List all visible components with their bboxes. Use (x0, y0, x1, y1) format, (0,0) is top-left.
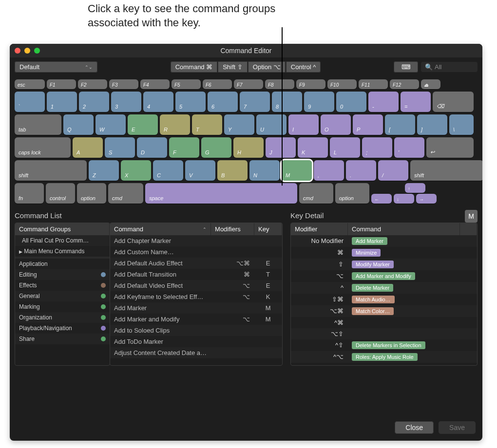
key-option[interactable]: option (335, 183, 369, 204)
key-⌫[interactable]: ⌫ (433, 92, 474, 112)
key-detail-row[interactable]: ^⌘ (291, 317, 477, 328)
key-f4[interactable]: F4 (140, 79, 170, 89)
seg-option[interactable]: Option ⌥ (248, 61, 286, 73)
key-detail-row[interactable]: ⇧Modify Marker (291, 259, 477, 270)
key-v[interactable]: V (185, 160, 215, 181)
key-8[interactable]: 8 (272, 92, 302, 112)
key-f[interactable]: F (169, 137, 199, 158)
key-detail-row[interactable]: ⌥Add Marker and Modify (291, 270, 477, 282)
key-cmd[interactable]: cmd (108, 183, 143, 204)
close-button[interactable]: Close (395, 421, 434, 434)
key-z[interactable]: Z (89, 160, 119, 181)
key-.[interactable]: . (346, 160, 376, 181)
group-row[interactable]: Organization (15, 312, 110, 323)
key-\[interactable]: \ (449, 114, 474, 135)
key-↓[interactable]: ↓ (394, 194, 414, 204)
command-row[interactable]: Add Keyframe to Selected Eff…⌥K (110, 291, 282, 302)
key-,[interactable]: , (314, 160, 344, 181)
key-3[interactable]: 3 (111, 92, 141, 112)
key-detail-row[interactable]: ⇧⌘Match Audio… (291, 294, 477, 305)
key-e[interactable]: E (128, 114, 158, 135)
command-row[interactable]: Add MarkerM (110, 302, 282, 314)
key-control[interactable]: control (46, 183, 75, 204)
key-][interactable]: ] (417, 114, 447, 135)
key-d[interactable]: D (137, 137, 167, 158)
keyboard-overlay-button[interactable]: ⌨︎ (394, 61, 418, 73)
key-;[interactable]: ; (362, 137, 392, 158)
key--[interactable]: - (368, 92, 399, 112)
save-button[interactable]: Save (439, 421, 476, 434)
key-=[interactable]: = (401, 92, 431, 112)
command-row[interactable]: Adjust Content Created Date a… (110, 347, 282, 358)
key-6[interactable]: 6 (208, 92, 238, 112)
key-detail-row[interactable]: No ModifierAdd Marker (291, 235, 477, 247)
col-key[interactable]: Key (254, 223, 282, 235)
key-detail-row[interactable]: ⌥⇧ (291, 328, 477, 339)
key-q[interactable]: Q (63, 114, 94, 135)
key-shift[interactable]: shift (410, 160, 482, 181)
key-↩[interactable]: ↩ (426, 137, 474, 158)
key-o[interactable]: O (321, 114, 351, 135)
key-⏏[interactable]: ⏏ (421, 79, 440, 89)
key-option[interactable]: option (77, 183, 106, 204)
group-row[interactable]: General (15, 291, 110, 301)
key-9[interactable]: 9 (304, 92, 334, 112)
key-'[interactable]: ' (394, 137, 424, 158)
key-detail-row[interactable]: ⌥⌘Match Color… (291, 305, 477, 317)
key-g[interactable]: G (201, 137, 231, 158)
command-row[interactable]: Add Marker and Modify⌥M (110, 314, 282, 325)
command-row[interactable]: Add Custom Name… (110, 246, 282, 258)
key-a[interactable]: A (73, 137, 103, 158)
key-h[interactable]: H (233, 137, 264, 158)
search-field[interactable]: 🔍 All (421, 62, 478, 72)
key-b[interactable]: B (217, 160, 248, 181)
key-7[interactable]: 7 (240, 92, 270, 112)
command-row[interactable]: Add Default Video Effect⌥E (110, 280, 282, 291)
key-l[interactable]: L (330, 137, 360, 158)
key-f7[interactable]: F7 (234, 79, 263, 89)
command-row[interactable]: Add Default Audio Effect⌥⌘E (110, 258, 282, 269)
key-esc[interactable]: esc (15, 79, 45, 89)
seg-control[interactable]: Control ^ (286, 61, 321, 73)
command-row[interactable]: Add to Soloed Clips (110, 325, 282, 336)
command-row[interactable]: Add ToDo Marker (110, 336, 282, 347)
key-space[interactable]: space (145, 183, 297, 204)
key-←[interactable]: ← (371, 194, 392, 204)
key-`[interactable]: ` (15, 92, 45, 112)
key-f12[interactable]: F12 (390, 79, 419, 89)
group-row[interactable]: Effects (15, 280, 110, 291)
key-2[interactable]: 2 (79, 92, 109, 112)
key-f5[interactable]: F5 (172, 79, 201, 89)
key-r[interactable]: R (160, 114, 190, 135)
key-k[interactable]: K (298, 137, 328, 158)
key-caps lock[interactable]: caps lock (15, 137, 71, 158)
key-/[interactable]: / (378, 160, 408, 181)
key-f2[interactable]: F2 (78, 79, 107, 89)
key-p[interactable]: P (353, 114, 383, 135)
seg-shift[interactable]: Shift ⇧ (218, 61, 248, 73)
key-i[interactable]: I (288, 114, 319, 135)
key-f6[interactable]: F6 (203, 79, 232, 89)
key-f11[interactable]: F11 (359, 79, 388, 89)
key-detail-row[interactable]: ⌘Minimize (291, 247, 477, 259)
key-n[interactable]: N (249, 160, 280, 181)
group-row[interactable]: Marking (15, 301, 110, 312)
key-[[interactable]: [ (385, 114, 415, 135)
group-row[interactable]: Application (15, 259, 110, 269)
group-row[interactable]: Editing (15, 269, 110, 280)
preset-popup[interactable]: Default ⌃⌄ (15, 61, 97, 73)
command-row[interactable]: Add Default Transition⌘T (110, 269, 282, 280)
key-w[interactable]: W (96, 114, 126, 135)
group-row[interactable]: Share (15, 334, 110, 344)
key-f10[interactable]: F10 (327, 79, 357, 89)
key-s[interactable]: S (105, 137, 135, 158)
key-cmd[interactable]: cmd (299, 183, 333, 204)
seg-command[interactable]: Command ⌘ (171, 61, 218, 73)
key-detail-row[interactable]: ^⇧Delete Markers in Selection (291, 339, 477, 351)
key-m[interactable]: M (282, 160, 312, 181)
command-row[interactable]: Add Chapter Marker (110, 235, 282, 246)
key-t[interactable]: T (192, 114, 222, 135)
key-1[interactable]: 1 (47, 92, 77, 112)
key-shift[interactable]: shift (15, 160, 87, 181)
key-4[interactable]: 4 (143, 92, 173, 112)
